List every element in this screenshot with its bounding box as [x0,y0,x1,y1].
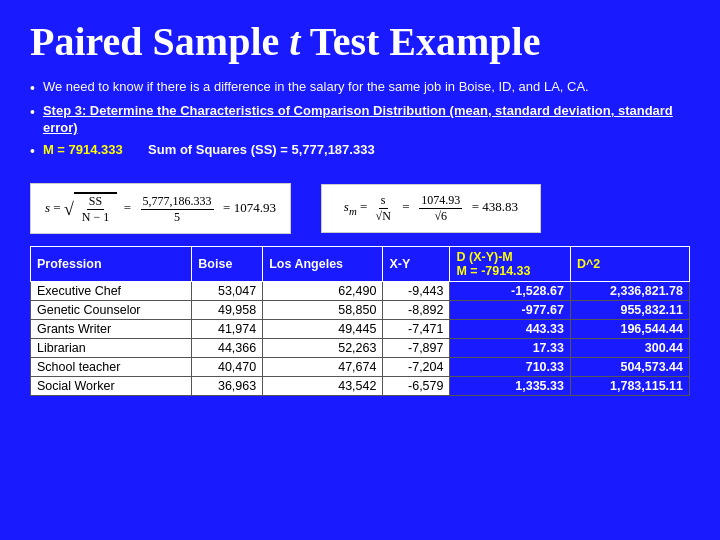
table-cell: 2,336,821.78 [570,281,689,300]
table-cell: 41,974 [192,319,263,338]
table-cell: 44,366 [192,338,263,357]
table-cell: 504,573.44 [570,357,689,376]
title-part1: Paired Sample [30,19,289,64]
data-table: Profession Boise Los Angeles X-Y D (X-Y)… [30,246,690,396]
table-row: School teacher40,47047,674-7,204710.3350… [31,357,690,376]
table-cell: 49,445 [263,319,383,338]
table-cell: -1,528.67 [450,281,570,300]
frac-den-val-2: √6 [432,209,449,224]
table-cell: Grants Writer [31,319,192,338]
formula-s-fraction: SSN − 1 [74,192,117,225]
bullet-normal: Sum of Squares (SS) = 5,777,187.333 [148,142,375,157]
table-cell: Genetic Counselor [31,300,192,319]
col-header-xy: X-Y [383,246,450,281]
frac-num-2: s [379,193,388,209]
table-cell: 710.33 [450,357,570,376]
table-cell: 300.44 [570,338,689,357]
col-header-dxy: D (X-Y)-MM = -7914.33 [450,246,570,281]
table-cell: Librarian [31,338,192,357]
bullets-section: • We need to know if there is a differen… [30,78,690,165]
bullet-3: • M = 7914.333 Sum of Squares (SS) = 5,7… [30,141,690,161]
table-cell: -9,443 [383,281,450,300]
table-cell: Social Worker [31,376,192,395]
table-cell: 49,958 [192,300,263,319]
table-cell: -8,892 [383,300,450,319]
sqrt-symbol-1: √ [64,199,74,219]
bullet-text-1: We need to know if there is a difference… [43,78,690,96]
frac-num-1: SS [87,194,104,210]
bullet-text-2: Step 3: Determine the Characteristics of… [43,102,690,137]
table-cell: 52,263 [263,338,383,357]
table-cell: 17.33 [450,338,570,357]
table-cell: 1,335.33 [450,376,570,395]
formula1-result: = 1074.93 [223,200,276,215]
formula-s: s = √SSN − 1 = 5,777,186.333 5 = 1074.93 [30,183,291,234]
page: Paired Sample t Test Example • We need t… [0,0,720,540]
table-cell: 955,832.11 [570,300,689,319]
table-cell: -7,204 [383,357,450,376]
bullet-text-3: M = 7914.333 Sum of Squares (SS) = 5,777… [43,141,690,159]
formula2-result: = 438.83 [472,199,518,214]
bullet-dot-2: • [30,103,35,122]
table-row: Librarian44,36652,263-7,89717.33300.44 [31,338,690,357]
table-cell: -977.67 [450,300,570,319]
col-header-profession: Profession [31,246,192,281]
frac-den-2: √N [374,209,393,224]
col-header-d2: D^2 [570,246,689,281]
table-cell: -7,897 [383,338,450,357]
bullet-dot-3: • [30,142,35,161]
table-cell: 196,544.44 [570,319,689,338]
table-cell: 43,542 [263,376,383,395]
frac-den-1: N − 1 [80,210,111,225]
table-cell: School teacher [31,357,192,376]
bullet-2: • Step 3: Determine the Characteristics … [30,102,690,137]
title-italic: t [289,19,300,64]
table-header-row: Profession Boise Los Angeles X-Y D (X-Y)… [31,246,690,281]
title-part2: Test Example [300,19,540,64]
table-row: Grants Writer41,97449,445-7,471443.33196… [31,319,690,338]
table-cell: -7,471 [383,319,450,338]
table-row: Social Worker36,96343,542-6,5791,335.331… [31,376,690,395]
formula-row: s = √SSN − 1 = 5,777,186.333 5 = 1074.93… [30,183,690,234]
table-cell: 53,047 [192,281,263,300]
table-cell: -6,579 [383,376,450,395]
table-cell: 443.33 [450,319,570,338]
frac-num-val-2: 1074.93 [419,193,462,209]
table-cell: 58,850 [263,300,383,319]
bullet-dot-1: • [30,79,35,98]
table-cell: 62,490 [263,281,383,300]
formula-s-label: s [45,200,50,215]
frac-num-val-1: 5,777,186.333 [141,194,214,210]
col-header-boise: Boise [192,246,263,281]
table-row: Executive Chef53,04762,490-9,443-1,528.6… [31,281,690,300]
bullet-1: • We need to know if there is a differen… [30,78,690,98]
table-cell: 40,470 [192,357,263,376]
table-row: Genetic Counselor49,95858,850-8,892-977.… [31,300,690,319]
formula-sm-label: sm [344,199,357,214]
frac-den-val-1: 5 [172,210,182,225]
formula-sm: sm = s √N = 1074.93 √6 = 438.83 [321,184,541,233]
page-title: Paired Sample t Test Example [30,20,690,64]
col-header-la: Los Angeles [263,246,383,281]
table-body: Executive Chef53,04762,490-9,443-1,528.6… [31,281,690,395]
table-cell: Executive Chef [31,281,192,300]
bullet-highlight: M = 7914.333 [43,142,123,157]
table-cell: 1,783,115.11 [570,376,689,395]
table-cell: 47,674 [263,357,383,376]
table-cell: 36,963 [192,376,263,395]
